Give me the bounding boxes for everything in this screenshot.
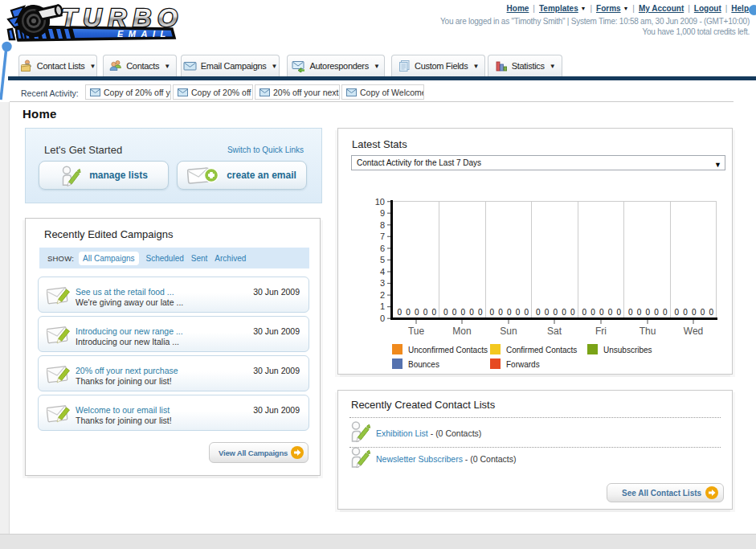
svg-text:Sat: Sat xyxy=(547,326,562,337)
svg-text:Tue: Tue xyxy=(408,326,425,337)
svg-text:10: 10 xyxy=(375,197,385,207)
svg-text:Unsubscribes: Unsubscribes xyxy=(603,346,652,354)
svg-text:Confirmed Contacts: Confirmed Contacts xyxy=(506,346,577,354)
svg-text:5: 5 xyxy=(380,255,385,264)
svg-text:0: 0 xyxy=(380,313,385,323)
svg-text:Unconfirmed Contacts: Unconfirmed Contacts xyxy=(408,346,488,354)
svg-text:4: 4 xyxy=(380,267,385,277)
svg-text:1: 1 xyxy=(380,301,385,311)
svg-text:6: 6 xyxy=(380,244,385,253)
svg-text:Bounces: Bounces xyxy=(408,360,439,369)
svg-text:Mon: Mon xyxy=(452,326,471,337)
svg-text:0 0 0 0 0: 0 0 0 0 0 xyxy=(398,308,437,317)
svg-text:Thu: Thu xyxy=(640,326,656,337)
svg-text:8: 8 xyxy=(380,220,385,230)
svg-text:0 0 0 0 0: 0 0 0 0 0 xyxy=(443,308,483,317)
svg-text:Sun: Sun xyxy=(500,326,517,337)
svg-text:0 0 0 0 0: 0 0 0 0 0 xyxy=(536,308,575,317)
svg-text:0 0 0 0 0: 0 0 0 0 0 xyxy=(675,308,714,317)
svg-text:Forwards: Forwards xyxy=(506,360,540,369)
svg-text:2: 2 xyxy=(380,290,385,300)
svg-text:Wed: Wed xyxy=(684,326,703,337)
svg-text:0 0 0 0 0: 0 0 0 0 0 xyxy=(490,308,529,317)
svg-text:Fri: Fri xyxy=(595,326,607,337)
svg-text:0 0 0 0 0: 0 0 0 0 0 xyxy=(628,308,668,317)
svg-text:7: 7 xyxy=(380,231,385,241)
svg-text:9: 9 xyxy=(380,208,385,218)
svg-text:3: 3 xyxy=(380,278,385,288)
svg-text:0 0 0 0 0: 0 0 0 0 0 xyxy=(582,308,622,317)
